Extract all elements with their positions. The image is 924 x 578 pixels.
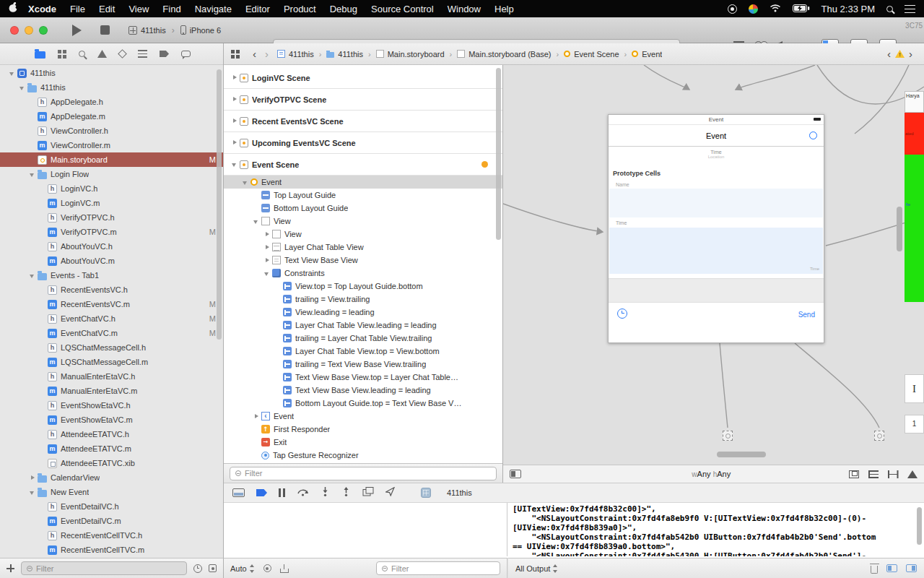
file-row[interactable]: AboutYouVC.h [0, 239, 223, 254]
disclosure-triangle[interactable] [39, 373, 47, 381]
disclosure-triangle[interactable] [253, 452, 261, 460]
resolve-auto-layout-button[interactable] [907, 470, 918, 478]
go-forward-button[interactable]: › [265, 48, 269, 59]
console-scope-selector[interactable]: All Output [515, 564, 558, 573]
file-row[interactable]: LQSChatMessageCell.m [0, 355, 223, 369]
outline-row[interactable]: View [224, 215, 502, 228]
event-view-controller[interactable]: Event Event Time Location Prototype Cell… [608, 114, 824, 343]
table-footer-area[interactable] [609, 278, 824, 303]
message-input-row[interactable]: Send [609, 303, 824, 342]
clock-icon[interactable] [617, 309, 627, 319]
disclosure-triangle[interactable] [253, 191, 261, 199]
clear-console-button[interactable] [871, 566, 878, 574]
outline-row[interactable]: Event [224, 410, 502, 423]
menu-item[interactable]: Edit [99, 4, 115, 14]
outline-row[interactable]: Event Scene [224, 154, 502, 176]
disclosure-triangle[interactable] [39, 460, 47, 467]
notification-center-icon[interactable] [905, 5, 915, 13]
outline-row[interactable]: VerifyOTPVC Scene [224, 89, 502, 111]
disclosure-triangle[interactable] [29, 113, 37, 121]
go-back-button[interactable]: ‹ [253, 48, 256, 59]
menu-clock[interactable]: Thu 2:33 PM [821, 4, 875, 14]
outline-row[interactable]: Constraints [224, 267, 502, 280]
menu-item[interactable]: View [128, 4, 149, 14]
disclosure-triangle[interactable] [231, 160, 239, 168]
outline-filter-field[interactable]: Filter [230, 467, 497, 480]
disclosure-triangle[interactable] [231, 74, 239, 82]
menu-item[interactable]: Find [162, 4, 180, 14]
variables-view[interactable] [224, 503, 507, 556]
file-row[interactable]: EventDetailVC.h [0, 499, 223, 514]
show-variables-pane-button[interactable] [886, 564, 897, 572]
file-row[interactable]: EventChatVC.h M [0, 311, 223, 326]
file-row[interactable]: LQSChatMessageCell.h [0, 340, 223, 355]
file-row[interactable]: RecentEventsVC.m M [0, 297, 223, 311]
file-row[interactable]: ViewController.h [0, 124, 223, 138]
outline-row[interactable]: Recent EventsVC Scene [224, 111, 502, 132]
menu-item[interactable]: Help [494, 4, 514, 14]
disclosure-triangle[interactable] [274, 282, 282, 290]
file-row[interactable]: Main.storyboard M [0, 152, 223, 167]
notification-icon[interactable] [728, 4, 737, 14]
breakpoints-toggle-button[interactable] [256, 489, 267, 496]
embed-in-stack-button[interactable] [849, 470, 859, 478]
file-row[interactable]: New Event [0, 485, 223, 499]
disclosure-triangle[interactable] [274, 400, 282, 407]
outline-row[interactable]: LoginVC Scene [224, 67, 502, 89]
disclosure-triangle[interactable] [39, 431, 47, 439]
menu-item[interactable]: Navigate [195, 4, 232, 14]
stop-button[interactable] [100, 25, 110, 35]
outline-row[interactable]: Layer Chat Table View [224, 241, 502, 254]
navigator-scrollbar[interactable] [217, 69, 222, 340]
window-minimize-button[interactable] [25, 26, 33, 35]
segue-endpoint-handle[interactable] [723, 431, 733, 441]
file-row[interactable]: ManualEnterEtaVC.h [0, 369, 223, 384]
disclosure-triangle[interactable] [39, 445, 47, 453]
scene-title-bar[interactable]: Event [609, 115, 824, 125]
align-button[interactable] [868, 470, 879, 478]
file-row[interactable]: EventShowEtaVC.h [0, 398, 223, 413]
file-row[interactable]: RecentEventsVC.h [0, 282, 223, 297]
outline-row[interactable]: Text View Base View.leading = leading [224, 384, 502, 397]
file-row[interactable]: EventShowEtaVC.m [0, 413, 223, 427]
console-scrollbar[interactable] [917, 507, 922, 545]
breakpoint-navigator-icon[interactable] [160, 51, 169, 57]
disclosure-triangle[interactable] [263, 269, 271, 277]
disclosure-triangle[interactable] [29, 171, 37, 178]
breadcrumb-item[interactable]: 411this [314, 50, 363, 59]
file-row[interactable]: AboutYouVC.m [0, 254, 223, 268]
apple-logo-icon[interactable] [9, 2, 18, 15]
disclosure-triangle[interactable] [39, 329, 47, 337]
menu-item[interactable]: Debug [330, 4, 357, 14]
disclosure-triangle[interactable] [29, 272, 37, 280]
test-navigator-icon[interactable] [118, 49, 127, 59]
show-console-pane-button[interactable] [906, 564, 917, 572]
next-issue-button[interactable]: › [909, 48, 912, 59]
time-label[interactable]: Time [609, 150, 824, 155]
menu-item[interactable]: Window [448, 4, 481, 14]
clipped-cell-i[interactable]: I [905, 374, 924, 403]
menu-item[interactable]: Xcode [28, 4, 56, 14]
navigator-filter-field[interactable]: Filter [21, 561, 187, 575]
step-into-button[interactable] [321, 486, 330, 499]
show-values-icon[interactable] [263, 564, 271, 572]
disclosure-triangle[interactable] [19, 84, 27, 92]
disclosure-triangle[interactable] [231, 95, 239, 103]
disclosure-triangle[interactable] [39, 344, 47, 352]
disclosure-triangle[interactable] [39, 402, 47, 410]
disclosure-triangle[interactable] [274, 374, 282, 381]
clipped-red-view[interactable]: ated [905, 113, 924, 155]
menu-item[interactable]: Editor [245, 4, 270, 14]
variables-filter-field[interactable]: Filter [376, 561, 500, 575]
breadcrumb-item[interactable]: 411this [277, 50, 314, 59]
disclosure-triangle[interactable] [39, 416, 47, 424]
console-output[interactable]: [UITextView:0x7fd4f8b32c00]>", "<NSLayou… [508, 503, 924, 556]
disclosure-triangle[interactable] [39, 387, 47, 395]
canvas-horizontal-scrollbar[interactable] [717, 452, 766, 457]
disclosure-triangle[interactable] [29, 142, 37, 150]
size-class-control[interactable]: wAny hAny [692, 470, 731, 478]
outline-row[interactable]: Bottom Layout Guide.top = Text View Base… [224, 397, 502, 410]
outline-row[interactable]: Top Layout Guide [224, 189, 502, 202]
file-row[interactable]: AttendeeETATVC.m [0, 441, 223, 456]
table-cell-area[interactable] [609, 189, 823, 217]
